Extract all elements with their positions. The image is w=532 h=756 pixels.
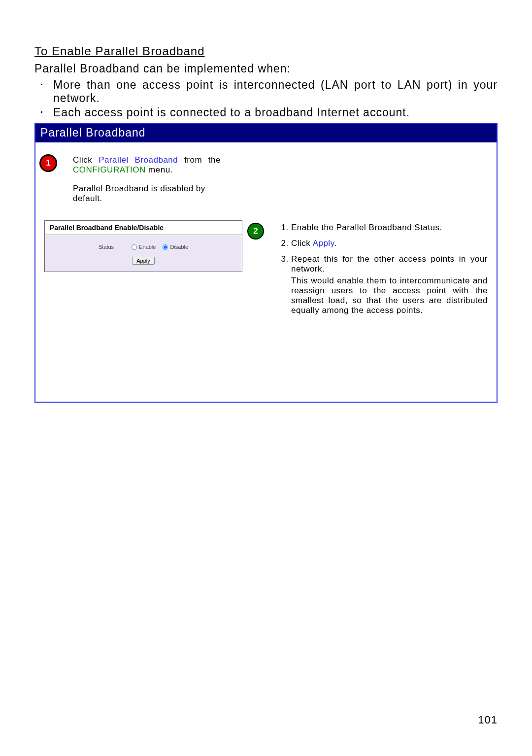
page-number: 101 xyxy=(478,714,498,726)
menu-name: CONFIGURATION xyxy=(73,165,146,174)
status-label: Status : xyxy=(99,244,117,250)
list-item: Click Apply. xyxy=(291,239,488,248)
intro-text: Parallel Broadband can be implemented wh… xyxy=(34,62,498,75)
section-title: To Enable Parallel Broadband xyxy=(34,44,498,58)
list-item: More than one access point is interconne… xyxy=(34,78,498,105)
disable-radio[interactable] xyxy=(163,244,168,250)
text: from the xyxy=(178,155,221,165)
text: Click xyxy=(291,239,313,248)
text: menu. xyxy=(146,165,173,174)
instruction-box: Parallel Broadband 1 Click Parallel Broa… xyxy=(34,123,498,403)
step-badge-1: 1 xyxy=(39,154,57,172)
text: This would enable them to intercommunica… xyxy=(291,276,488,315)
requirements-list: More than one access point is interconne… xyxy=(34,78,498,119)
menu-item-link: Parallel Broadband xyxy=(99,155,178,165)
disable-option[interactable]: Disable xyxy=(163,244,188,250)
panel-title: Parallel Broadband Enable/Disable xyxy=(45,221,242,235)
panel-body: Status : Enable Disable App xyxy=(45,235,242,272)
step1-note: Parallel Broadband is disabled by defaul… xyxy=(73,184,221,204)
text: . xyxy=(334,239,336,248)
list-item: Repeat this for the other access points … xyxy=(291,254,488,315)
text: Repeat this for the other access points … xyxy=(291,254,488,274)
enable-radio[interactable] xyxy=(132,244,137,250)
settings-panel: Parallel Broadband Enable/Disable Status… xyxy=(44,220,242,272)
enable-option[interactable]: Enable xyxy=(132,244,156,250)
list-item: Each access point is connected to a broa… xyxy=(34,106,498,119)
apply-link: Apply xyxy=(313,239,334,248)
manual-page: To Enable Parallel Broadband Parallel Br… xyxy=(0,0,532,756)
text: Click xyxy=(73,155,99,165)
box-body: 1 Click Parallel Broadband from the CONF… xyxy=(35,142,497,402)
status-row: Status : Enable Disable xyxy=(50,244,237,250)
step2-text: Enable the Parallel Broadband Status. Cl… xyxy=(269,223,488,321)
radio-group: Enable Disable xyxy=(132,244,188,250)
list-item: Enable the Parallel Broadband Status. xyxy=(291,223,488,233)
apply-button[interactable]: Apply xyxy=(132,257,155,265)
disable-label: Disable xyxy=(170,244,188,250)
enable-label: Enable xyxy=(139,244,156,250)
step-badge-2: 2 xyxy=(247,223,264,240)
step1-text: Click Parallel Broadband from the CONFIG… xyxy=(73,155,221,204)
box-header: Parallel Broadband xyxy=(35,124,497,142)
